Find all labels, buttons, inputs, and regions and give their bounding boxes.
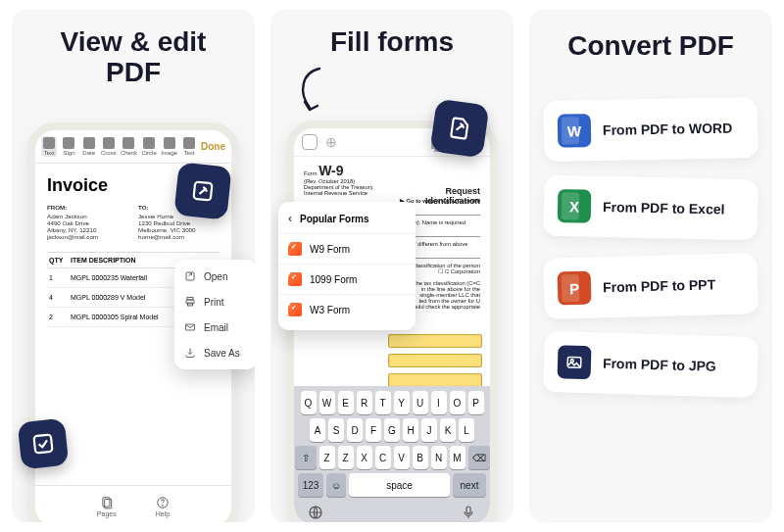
bottom-bar: Pages Help: [35, 485, 231, 522]
key[interactable]: J: [421, 418, 437, 442]
key[interactable]: G: [384, 418, 400, 442]
tool-text[interactable]: Text: [41, 136, 57, 157]
key[interactable]: O: [450, 391, 466, 414]
key-numbers[interactable]: 123: [298, 473, 323, 497]
svg-point-3: [163, 505, 164, 506]
action-email[interactable]: Email: [174, 314, 255, 340]
word-icon: W: [558, 114, 592, 148]
key-next[interactable]: next: [453, 473, 486, 497]
tool-image[interactable]: Image: [161, 137, 177, 156]
convert-label: From PDF to JPG: [603, 355, 716, 373]
key[interactable]: I: [431, 391, 447, 414]
key[interactable]: U: [413, 391, 428, 414]
tool-text2[interactable]: Text: [181, 137, 197, 156]
form-icon: [288, 303, 302, 316]
action-menu: Open Print Email Save As: [174, 260, 255, 369]
key[interactable]: F: [366, 418, 381, 442]
convert-ppt[interactable]: P From PDF to PPT: [543, 253, 759, 319]
form-icon: [288, 272, 302, 286]
tool-check[interactable]: Check: [121, 137, 137, 156]
key[interactable]: E: [338, 391, 354, 414]
keyboard: Q W E R T Y U I O P A S D F G H J K L: [294, 386, 490, 522]
thumbnail-button[interactable]: [302, 134, 318, 150]
key[interactable]: K: [440, 418, 456, 442]
panel-view-edit: View & edit PDF Text Sign Date Cross Che…: [12, 10, 255, 522]
check-badge-icon: [18, 418, 70, 470]
form-item-w3[interactable]: W3 Form: [278, 294, 416, 324]
form-field[interactable]: [388, 334, 482, 348]
convert-label: From PDF to PPT: [603, 276, 716, 295]
key[interactable]: H: [403, 418, 418, 442]
headline-1: View & edit PDF: [12, 10, 255, 94]
tool-date[interactable]: Date: [81, 137, 97, 156]
key[interactable]: S: [328, 418, 344, 442]
key-backspace[interactable]: ⌫: [468, 446, 490, 469]
key[interactable]: T: [375, 391, 391, 414]
from-block: FROM: Adam Jackson 4490 Oak Drive Albany…: [47, 204, 128, 240]
panel-fill-forms: Fill forms ⊕ OK Form W-9 (Rev. October 2…: [270, 10, 514, 522]
key[interactable]: X: [357, 446, 372, 469]
key[interactable]: L: [459, 418, 474, 442]
key-emoji[interactable]: ☺: [326, 473, 346, 497]
globe-icon[interactable]: [308, 505, 323, 520]
svg-rect-10: [33, 434, 52, 453]
key[interactable]: Z: [338, 446, 354, 469]
form-field[interactable]: [388, 354, 482, 367]
form-field[interactable]: [388, 373, 482, 387]
key-shift[interactable]: ⇧: [295, 446, 317, 469]
key[interactable]: D: [347, 418, 363, 442]
svg-rect-7: [188, 303, 193, 306]
done-button[interactable]: Done: [201, 141, 225, 152]
action-open[interactable]: Open: [174, 264, 255, 289]
ppt-icon: P: [557, 270, 591, 305]
key[interactable]: Q: [301, 391, 317, 414]
panel-convert: Convert PDF W From PDF to WORD X From PD…: [529, 10, 772, 522]
tool-sign[interactable]: Sign: [61, 137, 76, 156]
tool-circle[interactable]: Circle: [141, 137, 157, 156]
jpg-icon: [557, 345, 591, 379]
add-button[interactable]: ⊕: [325, 134, 337, 150]
form-item-1099[interactable]: 1099 Form: [278, 264, 416, 294]
svg-rect-12: [466, 507, 470, 513]
key[interactable]: P: [468, 391, 484, 414]
headline-3: Convert PDF: [558, 10, 744, 70]
action-print[interactable]: Print: [174, 289, 255, 314]
key[interactable]: Z: [319, 446, 335, 469]
form-icon: [288, 242, 302, 256]
back-icon[interactable]: ‹: [288, 212, 292, 225]
key[interactable]: W: [319, 391, 335, 414]
popular-forms-popover: ‹ Popular Forms W9 Form 1099 Form W3 For…: [278, 202, 416, 330]
key-space[interactable]: space: [349, 473, 450, 497]
convert-list: W From PDF to WORD X From PDF to Excel P…: [544, 99, 758, 395]
excel-icon: X: [558, 189, 592, 223]
convert-jpg[interactable]: From PDF to JPG: [543, 331, 759, 398]
key[interactable]: R: [357, 391, 372, 414]
key[interactable]: N: [431, 446, 447, 469]
headline-2: Fill forms: [270, 10, 514, 64]
edit-toolbar: Text Sign Date Cross Check Circle Image …: [35, 130, 231, 164]
key[interactable]: C: [375, 446, 391, 469]
convert-word[interactable]: W From PDF to WORD: [543, 97, 758, 162]
key[interactable]: M: [450, 446, 466, 469]
convert-excel[interactable]: X From PDF to Excel: [543, 175, 758, 241]
arrow-icon: [292, 65, 331, 121]
help-button[interactable]: Help: [156, 496, 170, 517]
form-item-w9[interactable]: W9 Form: [278, 233, 416, 264]
mic-icon[interactable]: [461, 505, 476, 520]
convert-label: From PDF to Excel: [603, 199, 725, 218]
key[interactable]: B: [413, 446, 428, 469]
convert-label: From PDF to WORD: [603, 120, 732, 137]
tool-cross[interactable]: Cross: [101, 137, 117, 156]
popular-forms-title: Popular Forms: [300, 214, 369, 224]
edit-badge-icon: [173, 162, 231, 219]
key[interactable]: A: [310, 418, 325, 442]
key[interactable]: V: [394, 446, 410, 469]
pages-button[interactable]: Pages: [97, 496, 117, 517]
fill-badge-icon: [430, 99, 490, 159]
action-saveas[interactable]: Save As: [174, 340, 255, 365]
key[interactable]: Y: [394, 391, 410, 414]
